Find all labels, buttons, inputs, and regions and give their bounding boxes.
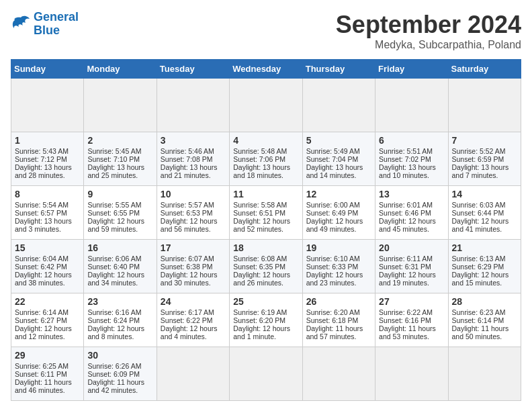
weekday-header-thursday: Thursday xyxy=(302,60,375,79)
day-info: Sunset: 7:06 PM xyxy=(233,155,298,163)
calendar-header-row: SundayMondayTuesdayWednesdayThursdayFrid… xyxy=(11,60,521,79)
day-info: and 23 minutes. xyxy=(306,279,371,287)
day-info: and 19 minutes. xyxy=(379,279,444,287)
calendar-cell: 24Sunrise: 6:17 AMSunset: 6:22 PMDayligh… xyxy=(157,293,229,347)
day-info: Sunrise: 6:01 AM xyxy=(379,201,444,209)
calendar-cell: 30Sunrise: 6:26 AMSunset: 6:09 PMDayligh… xyxy=(84,347,157,401)
day-info: Sunrise: 6:17 AM xyxy=(161,308,226,316)
day-info: and 3 minutes. xyxy=(15,225,80,233)
day-info: Sunrise: 6:14 AM xyxy=(15,308,80,316)
calendar-cell: 28Sunrise: 6:23 AMSunset: 6:14 PMDayligh… xyxy=(448,293,521,347)
day-info: Sunset: 6:51 PM xyxy=(233,209,298,217)
day-info: and 8 minutes. xyxy=(87,332,152,340)
day-info: Sunrise: 6:19 AM xyxy=(233,308,298,316)
day-info: Daylight: 12 hours xyxy=(379,271,444,279)
calendar-cell: 23Sunrise: 6:16 AMSunset: 6:24 PMDayligh… xyxy=(84,293,157,347)
day-info: and 52 minutes. xyxy=(233,225,298,233)
calendar-cell: 20Sunrise: 6:11 AMSunset: 6:31 PMDayligh… xyxy=(375,240,448,293)
day-number: 18 xyxy=(233,242,298,253)
calendar-cell: 2Sunrise: 5:45 AMSunset: 7:10 PMDaylight… xyxy=(84,132,157,186)
day-number: 25 xyxy=(233,296,298,307)
day-info: and 46 minutes. xyxy=(15,386,80,394)
day-number: 7 xyxy=(452,135,517,146)
day-info: Sunrise: 5:46 AM xyxy=(161,147,226,155)
day-number: 21 xyxy=(452,242,517,253)
day-number: 9 xyxy=(87,189,152,199)
day-info: Sunset: 6:27 PM xyxy=(15,316,80,324)
day-info: Daylight: 12 hours xyxy=(87,271,152,279)
day-info: Daylight: 12 hours xyxy=(15,324,80,332)
day-info: Daylight: 12 hours xyxy=(87,324,152,332)
day-info: Sunset: 6:46 PM xyxy=(379,209,444,217)
day-info: Sunset: 6:22 PM xyxy=(161,316,226,324)
day-info: Sunset: 6:44 PM xyxy=(452,209,517,217)
day-number: 11 xyxy=(233,189,298,199)
day-info: Sunset: 6:35 PM xyxy=(233,263,298,271)
day-info: Daylight: 12 hours xyxy=(233,324,298,332)
calendar-week-row: 1Sunrise: 5:43 AMSunset: 7:12 PMDaylight… xyxy=(11,132,521,186)
calendar-cell: 8Sunrise: 5:54 AMSunset: 6:57 PMDaylight… xyxy=(11,186,84,240)
day-info: and 21 minutes. xyxy=(161,171,226,179)
calendar-cell: 17Sunrise: 6:07 AMSunset: 6:38 PMDayligh… xyxy=(157,240,229,293)
day-info: Sunrise: 6:04 AM xyxy=(15,255,80,263)
day-info: Sunset: 6:33 PM xyxy=(306,263,371,271)
calendar-cell: 19Sunrise: 6:10 AMSunset: 6:33 PMDayligh… xyxy=(302,240,375,293)
logo-text-block: GeneralBlue xyxy=(34,11,79,38)
day-number: 13 xyxy=(379,189,444,199)
day-number: 10 xyxy=(161,189,226,199)
weekday-header-sunday: Sunday xyxy=(11,60,84,79)
day-info: Sunset: 7:08 PM xyxy=(161,155,226,163)
weekday-header-wednesday: Wednesday xyxy=(230,60,302,79)
weekday-header-monday: Monday xyxy=(84,60,157,79)
day-info: Sunset: 6:53 PM xyxy=(161,209,226,217)
day-info: Sunrise: 5:54 AM xyxy=(15,201,80,209)
day-info: Daylight: 12 hours xyxy=(87,217,152,225)
day-info: Sunrise: 6:07 AM xyxy=(161,255,226,263)
day-info: Daylight: 13 hours xyxy=(161,163,226,171)
day-info: Daylight: 12 hours xyxy=(452,271,517,279)
calendar-cell xyxy=(448,79,521,132)
day-info: and 10 minutes. xyxy=(379,171,444,179)
day-info: Daylight: 13 hours xyxy=(15,217,80,225)
location-title: Medyka, Subcarpathia, Poland xyxy=(336,39,521,51)
calendar-week-row: 22Sunrise: 6:14 AMSunset: 6:27 PMDayligh… xyxy=(11,293,521,347)
day-info: Sunrise: 5:48 AM xyxy=(233,147,298,155)
day-number: 1 xyxy=(15,135,80,146)
day-info: Daylight: 11 hours xyxy=(379,324,444,332)
day-number: 8 xyxy=(15,189,80,199)
day-info: Sunset: 6:16 PM xyxy=(379,316,444,324)
calendar-cell xyxy=(302,347,375,401)
day-number: 23 xyxy=(87,296,152,307)
day-info: Sunrise: 5:58 AM xyxy=(233,201,298,209)
day-number: 16 xyxy=(87,242,152,253)
day-info: Daylight: 12 hours xyxy=(161,217,226,225)
day-info: Daylight: 11 hours xyxy=(452,324,517,332)
day-info: and 53 minutes. xyxy=(379,332,444,340)
calendar-cell xyxy=(11,79,84,132)
day-info: Sunset: 6:31 PM xyxy=(379,263,444,271)
day-info: Sunset: 6:49 PM xyxy=(306,209,371,217)
day-info: Daylight: 13 hours xyxy=(306,163,371,171)
day-info: Daylight: 11 hours xyxy=(306,324,371,332)
day-info: Sunset: 6:20 PM xyxy=(233,316,298,324)
day-info: and 49 minutes. xyxy=(306,225,371,233)
day-info: Daylight: 13 hours xyxy=(15,163,80,171)
day-info: Sunrise: 5:55 AM xyxy=(87,201,152,209)
day-info: Sunrise: 6:20 AM xyxy=(306,308,371,316)
day-info: and 45 minutes. xyxy=(379,225,444,233)
calendar-cell: 7Sunrise: 5:52 AMSunset: 6:59 PMDaylight… xyxy=(448,132,521,186)
day-info: and 56 minutes. xyxy=(161,225,226,233)
calendar-cell: 13Sunrise: 6:01 AMSunset: 6:46 PMDayligh… xyxy=(375,186,448,240)
day-info: Daylight: 12 hours xyxy=(306,271,371,279)
day-info: Sunset: 6:55 PM xyxy=(87,209,152,217)
day-info: and 57 minutes. xyxy=(306,332,371,340)
day-info: Sunrise: 5:57 AM xyxy=(161,201,226,209)
day-info: and 25 minutes. xyxy=(87,171,152,179)
day-info: Sunrise: 6:13 AM xyxy=(452,255,517,263)
day-info: Sunrise: 6:25 AM xyxy=(15,362,80,370)
day-info: Sunrise: 5:52 AM xyxy=(452,147,517,155)
day-number: 12 xyxy=(306,189,371,199)
day-info: Daylight: 12 hours xyxy=(379,217,444,225)
day-number: 5 xyxy=(306,135,371,146)
day-number: 4 xyxy=(233,135,298,146)
